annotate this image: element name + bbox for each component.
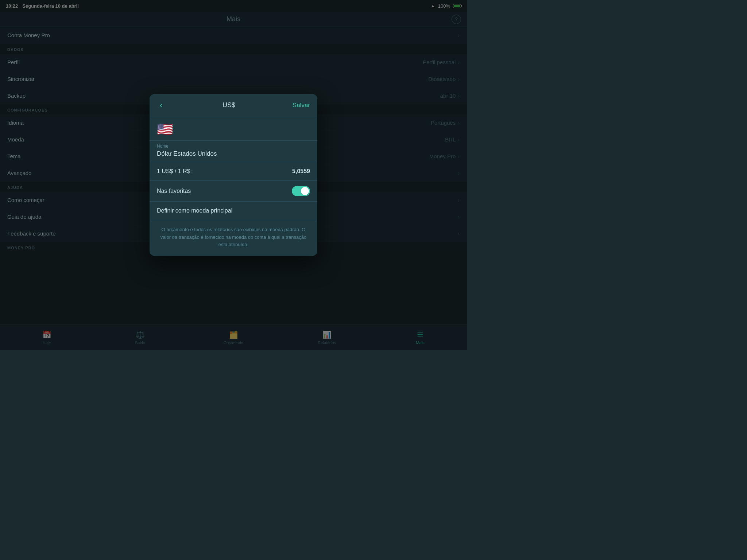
toggle-knob [301, 187, 309, 195]
modal-save-button[interactable]: Salvar [293, 102, 310, 109]
modal-exchange-value[interactable]: 5,0559 [292, 168, 310, 175]
modal-favorites-row: Nas favoritas [150, 181, 317, 202]
modal-header: ‹ US$ Salvar [150, 94, 317, 117]
modal-field-label: Nome [157, 144, 310, 149]
modal-flag-row: 🇺🇸 [150, 117, 317, 141]
modal-favorites-label: Nas favoritas [157, 188, 191, 194]
modal-title: US$ [222, 101, 235, 109]
currency-flag: 🇺🇸 [157, 123, 173, 136]
modal-set-main-label[interactable]: Definir como moeda principal [157, 207, 232, 214]
favorites-toggle[interactable] [292, 186, 310, 196]
modal-overlay[interactable]: ‹ US$ Salvar 🇺🇸 Nome Dólar Estados Unido… [0, 0, 467, 350]
currency-modal: ‹ US$ Salvar 🇺🇸 Nome Dólar Estados Unido… [150, 94, 317, 256]
modal-description: O orçamento e todos os relatórios são ex… [150, 220, 317, 256]
modal-name-field: Nome Dólar Estados Unidos [150, 141, 317, 162]
modal-set-main-row[interactable]: Definir como moeda principal [150, 202, 317, 220]
modal-exchange-row: 1 US$ / 1 R$: 5,0559 [150, 162, 317, 181]
modal-field-value[interactable]: Dólar Estados Unidos [157, 150, 310, 158]
modal-exchange-label: 1 US$ / 1 R$: [157, 168, 192, 175]
modal-back-button[interactable]: ‹ [157, 99, 165, 112]
